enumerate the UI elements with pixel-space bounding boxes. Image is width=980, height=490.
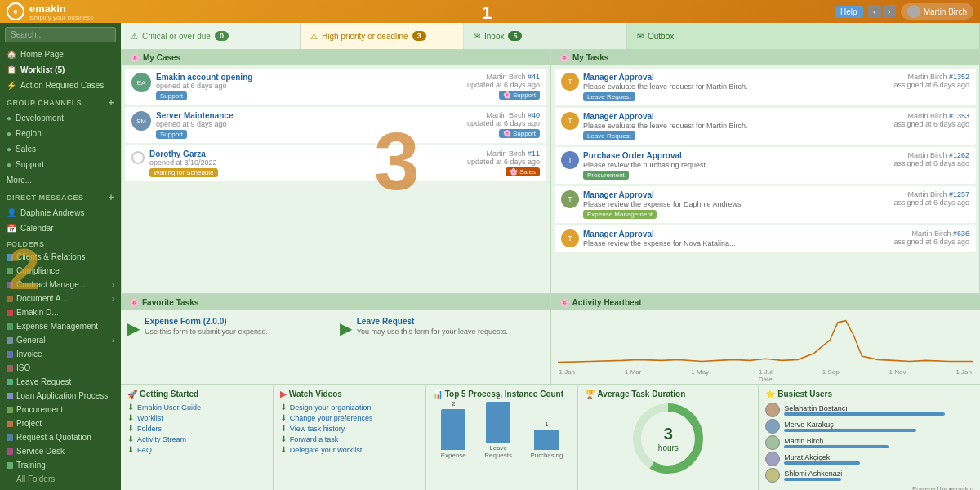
bar-group: 2 Expense	[441, 400, 466, 459]
fav-desc: Use this form to submit your expense.	[145, 327, 268, 336]
folder-dot-icon	[7, 268, 13, 274]
folder-item[interactable]: ISO	[0, 361, 121, 375]
folder-dot-icon	[7, 323, 13, 330]
folder-item[interactable]: Compliance	[0, 264, 121, 278]
task-title[interactable]: Manager Approval	[583, 190, 743, 199]
task-title[interactable]: Manager Approval	[583, 229, 736, 238]
folder-label: Request a Quotation	[16, 433, 114, 442]
my-tasks-panel: 🌸 My Tasks T Manager Approval Please eva…	[550, 49, 980, 294]
bar-group: 1 Purchasing	[530, 421, 563, 459]
sidebar-item-sales[interactable]: ● Sales	[0, 141, 121, 157]
sidebar-item-home[interactable]: 🏠 Home Page	[0, 47, 121, 62]
folder-label: Leave Request	[16, 377, 114, 386]
sidebar-item-support[interactable]: ● Support	[0, 157, 121, 172]
sidebar-item-calendar[interactable]: 📅 Calendar	[0, 220, 121, 236]
fav-play-icon2: ▶	[340, 318, 352, 338]
sidebar-item-action-required[interactable]: ⚡ Action Required Cases	[0, 78, 121, 93]
fav-title2[interactable]: Leave Request	[357, 317, 508, 326]
sidebar-item-development[interactable]: ● Development	[0, 110, 121, 126]
folder-label: Compliance	[16, 266, 114, 275]
folder-item[interactable]: Loan Application Process	[0, 389, 121, 403]
bottom-row: 🚀 Getting Started ⬇Emakin User Guide⬇Wor…	[121, 384, 980, 490]
folder-item[interactable]: Expense Management	[0, 319, 121, 333]
folder-item[interactable]: Contract Manage...›	[0, 278, 121, 292]
task-badge: Leave Request	[583, 131, 635, 140]
watch-video-link[interactable]: ⬇Delegate your worklist	[280, 444, 419, 455]
folder-dot-icon	[7, 393, 13, 399]
tab-critical[interactable]: ⚠ Critical or over due 0	[121, 23, 301, 49]
add-channel-icon[interactable]: +	[108, 97, 114, 109]
sidebar-item-daphnie[interactable]: 👤 Daphnie Andrews	[0, 205, 121, 220]
folder-label: General	[16, 336, 109, 345]
task-link[interactable]: #1262	[949, 151, 969, 159]
folder-item[interactable]: Leave Request	[0, 375, 121, 389]
task-link[interactable]: #1353	[949, 112, 969, 120]
search-container	[0, 23, 121, 47]
channel-dot-icon: ●	[7, 160, 11, 169]
topbar: e emakin simplify your business 1 Help ‹…	[0, 0, 980, 23]
watch-video-link[interactable]: ⬇Change your preferences	[280, 412, 419, 423]
bar-label: Purchasing	[530, 452, 563, 459]
task-link[interactable]: #636	[953, 229, 969, 238]
nav-back-button[interactable]: ‹	[868, 5, 881, 18]
task-link[interactable]: #1352	[949, 73, 969, 81]
fav-item-expense: ▶ Expense Form (2.0.0) Use this form to …	[127, 317, 332, 338]
folder-item[interactable]: Invoice	[0, 347, 121, 361]
all-folders-link[interactable]: All Folders	[0, 472, 121, 486]
folder-item[interactable]: Service Desk	[0, 444, 121, 458]
folder-item[interactable]: General›	[0, 333, 121, 347]
task-title[interactable]: Manager Approval	[583, 112, 748, 121]
task-title[interactable]: Purchase Order Approval	[583, 151, 708, 160]
download-icon: ⬇	[127, 413, 134, 422]
task-item: T Manager Approval Please review the exp…	[555, 186, 976, 223]
cases-icon: 🌸	[130, 53, 140, 62]
folder-label: Project	[16, 419, 114, 428]
case-title[interactable]: Server Maintenance	[156, 111, 234, 120]
task-link[interactable]: #1257	[949, 190, 969, 198]
search-input[interactable]	[5, 27, 116, 42]
user-pill[interactable]: Martin Birch	[901, 3, 973, 20]
case-title[interactable]: Dorothy Garza	[149, 149, 218, 158]
getting-started-link[interactable]: ⬇Emakin User Guide	[127, 402, 266, 412]
watch-video-link[interactable]: ⬇View task history	[280, 423, 419, 434]
folder-item[interactable]: Document A...›	[0, 292, 121, 305]
getting-started-link[interactable]: ⬇FAQ	[127, 444, 266, 455]
folder-item[interactable]: Clients & Relations	[0, 250, 121, 264]
case-badge-right: 🌸 Support	[499, 91, 540, 100]
sidebar-item-worklist[interactable]: 📋 Worklist (5)	[0, 62, 121, 78]
nav-forward-button[interactable]: ›	[883, 5, 896, 18]
tab-high[interactable]: ⚠ High priority or deadline 3	[301, 23, 464, 49]
case-title[interactable]: Emakin account opening	[156, 73, 252, 82]
task-badge: Leave Request	[583, 92, 635, 101]
task-avatar: T	[561, 73, 579, 91]
folder-list: Clients & RelationsComplianceContract Ma…	[0, 250, 121, 472]
folder-item[interactable]: Training	[0, 458, 121, 472]
task-title[interactable]: Manager Approval	[583, 73, 748, 82]
busiest-user-row: Merve Karakuş	[765, 418, 973, 434]
task-item: T Manager Approval Please review the exp…	[555, 225, 976, 252]
help-button[interactable]: Help	[835, 6, 863, 18]
folder-dot-icon	[7, 310, 13, 316]
tab-outbox[interactable]: ✉ Outbox	[627, 23, 980, 49]
folder-item[interactable]: Procurement	[0, 403, 121, 416]
folder-label: Expense Management	[16, 322, 114, 331]
folder-item[interactable]: Project	[0, 416, 121, 430]
donut-value: 3	[658, 425, 679, 443]
getting-started-link[interactable]: ⬇Worklist	[127, 412, 266, 423]
getting-started-link[interactable]: ⬇Activity Stream	[127, 434, 266, 444]
getting-started-links: ⬇Emakin User Guide⬇Worklist⬇Folders⬇Acti…	[127, 402, 266, 455]
fav-title[interactable]: Expense Form (2.0.0)	[145, 317, 268, 326]
tab-inbox[interactable]: ✉ Inbox 5	[464, 23, 627, 49]
watch-video-link[interactable]: ⬇Design your organization	[280, 402, 419, 412]
add-dm-icon[interactable]: +	[108, 192, 114, 203]
folder-item[interactable]: Emakin D...	[0, 305, 121, 319]
fav-play-icon: ▶	[127, 318, 140, 338]
activity-chart-container: 1 Jan 1 Mar 1 May 1 Jul 1 Sep 1 Nov 1 Ja…	[551, 310, 981, 383]
sidebar-item-region[interactable]: ● Region	[0, 126, 121, 141]
worklist-icon: 📋	[7, 65, 16, 74]
calendar-icon: 📅	[7, 224, 16, 233]
folder-item[interactable]: Request a Quotation	[0, 430, 121, 444]
getting-started-link[interactable]: ⬇Folders	[127, 423, 266, 434]
watch-video-link[interactable]: ⬇Forward a task	[280, 434, 419, 444]
sidebar-item-more[interactable]: More...	[0, 172, 121, 188]
